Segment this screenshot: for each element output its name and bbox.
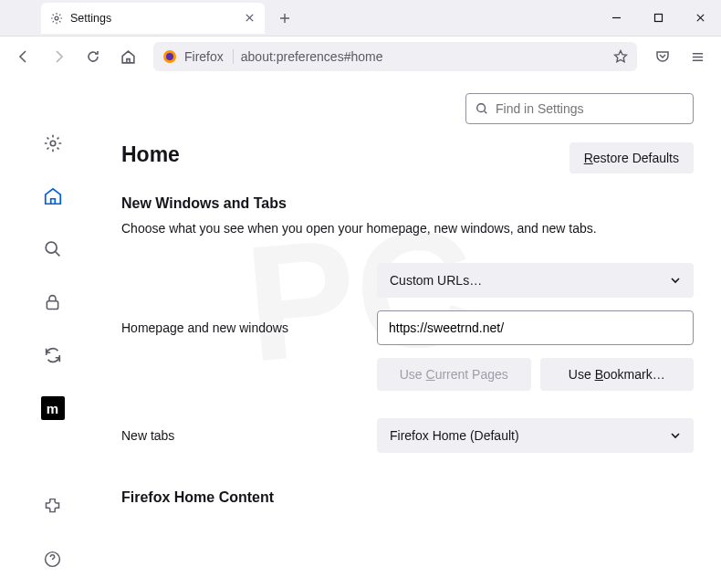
maximize-button[interactable] (637, 0, 679, 37)
menu-button[interactable] (683, 42, 712, 71)
close-window-button[interactable] (679, 0, 721, 37)
urlbar-url: about:preferences#home (241, 49, 606, 64)
sidebar-item-mozilla[interactable]: m (37, 392, 69, 425)
sidebar-item-sync[interactable] (37, 339, 69, 372)
use-current-pages-button: Use Current Pages (377, 358, 531, 391)
sidebar-item-search[interactable] (37, 233, 69, 266)
section-title-windows-tabs: New Windows and Tabs (121, 195, 694, 212)
sidebar-item-help[interactable] (37, 542, 69, 575)
homepage-label: Homepage and new windows (121, 320, 359, 335)
forward-button (44, 42, 73, 71)
gear-icon (50, 12, 63, 25)
sidebar: m (0, 77, 105, 588)
svg-rect-6 (47, 300, 57, 309)
svg-point-4 (50, 141, 56, 146)
home-button[interactable] (113, 42, 142, 71)
minimize-button[interactable] (595, 0, 637, 37)
pocket-button[interactable] (648, 42, 677, 71)
restore-defaults-button[interactable]: Restore Defaults (569, 142, 694, 173)
tab-title: Settings (70, 12, 235, 25)
svg-point-3 (166, 53, 173, 60)
content-area: m Home Restore Defaults New Windows and … (0, 77, 721, 588)
browser-tab[interactable]: Settings (41, 3, 265, 34)
bookmark-star-icon[interactable] (613, 49, 628, 64)
close-icon[interactable] (243, 12, 256, 25)
svg-point-8 (477, 104, 486, 112)
sidebar-item-home[interactable] (37, 180, 69, 213)
homepage-mode-dropdown[interactable]: Custom URLs… (377, 263, 694, 298)
firefox-icon (162, 49, 177, 64)
window-controls (595, 0, 721, 37)
chevron-down-icon (670, 430, 681, 441)
urlbar-brand: Firefox (184, 49, 234, 64)
page-heading: Home (121, 142, 180, 167)
search-icon (475, 102, 488, 115)
chevron-down-icon (670, 275, 681, 286)
use-bookmark-button[interactable]: Use Bookmark… (540, 358, 695, 391)
sidebar-item-privacy[interactable] (37, 286, 69, 319)
dropdown-value: Custom URLs… (390, 273, 482, 288)
mozilla-icon: m (41, 396, 65, 420)
toolbar: Firefox about:preferences#home (0, 37, 721, 77)
url-bar[interactable]: Firefox about:preferences#home (153, 42, 637, 71)
section-desc: Choose what you see when you open your h… (121, 221, 694, 236)
sidebar-item-general[interactable] (37, 127, 69, 160)
reload-button[interactable] (78, 42, 108, 71)
section-title-home-content: Firefox Home Content (121, 489, 694, 506)
back-button[interactable] (9, 42, 38, 71)
sidebar-item-extensions[interactable] (37, 489, 69, 522)
svg-point-5 (46, 242, 57, 253)
newtabs-label: New tabs (121, 428, 359, 443)
settings-search-input[interactable] (496, 101, 684, 116)
settings-search[interactable] (465, 93, 694, 124)
dropdown-value: Firefox Home (Default) (390, 428, 519, 443)
svg-point-0 (55, 16, 58, 20)
homepage-url-input[interactable] (377, 310, 694, 345)
newtabs-dropdown[interactable]: Firefox Home (Default) (377, 418, 694, 453)
titlebar: Settings (0, 0, 721, 37)
new-tab-button[interactable] (272, 5, 298, 31)
main-panel: Home Restore Defaults New Windows and Ta… (105, 77, 721, 588)
svg-rect-1 (654, 15, 662, 22)
